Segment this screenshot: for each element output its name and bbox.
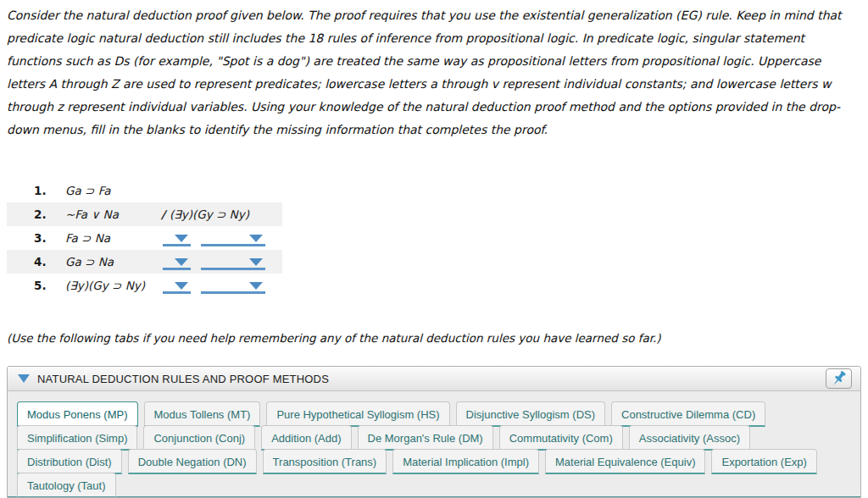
tab-distribution[interactable]: Distribution (Dist) bbox=[17, 449, 122, 474]
tab-disjunctive-syllogism[interactable]: Disjunctive Syllogism (DS) bbox=[456, 401, 605, 427]
line-number: 2. bbox=[34, 208, 49, 221]
proof-row-3: 3. Fa ⊃ Na bbox=[7, 226, 282, 250]
tab-material-implication[interactable]: Material Implication (Impl) bbox=[392, 449, 539, 474]
tab-modus-ponens[interactable]: Modus Ponens (MP) bbox=[17, 401, 138, 427]
justification-lines-dropdown[interactable] bbox=[163, 256, 191, 270]
justification-lines-dropdown[interactable] bbox=[163, 279, 191, 294]
pin-button[interactable] bbox=[826, 368, 852, 389]
rules-panel-title: NATURAL DEDUCTION RULES AND PROOF METHOD… bbox=[37, 373, 329, 385]
tab-simplification[interactable]: Simplification (Simp) bbox=[17, 425, 137, 451]
justification-rule-dropdown[interactable] bbox=[201, 232, 265, 246]
tab-addition[interactable]: Addition (Add) bbox=[261, 425, 351, 451]
pushpin-icon bbox=[832, 370, 846, 388]
instructions-text: Consider the natural deduction proof giv… bbox=[7, 4, 858, 141]
tab-double-negation[interactable]: Double Negation (DN) bbox=[128, 449, 257, 474]
tab-constructive-dilemma[interactable]: Constructive Dilemma (CD) bbox=[611, 401, 765, 427]
chevron-down-icon bbox=[175, 235, 188, 242]
tabs-hint-text: (Use the following tabs if you need help… bbox=[7, 331, 661, 345]
tab-transposition[interactable]: Transposition (Trans) bbox=[263, 449, 387, 474]
tab-row-3: Distribution (Dist) Double Negation (DN)… bbox=[17, 449, 851, 474]
tab-row-1: Modus Ponens (MP) Modus Tollens (MT) Pur… bbox=[17, 401, 851, 427]
tab-row-2: Simplification (Simp) Conjunction (Conj)… bbox=[17, 425, 851, 451]
line-number: 4. bbox=[34, 255, 49, 268]
chevron-down-icon bbox=[249, 235, 263, 242]
conclusion-formula: (∃y)(Gy ⊃ Ny) bbox=[170, 208, 249, 221]
tab-de-morgans-rule[interactable]: De Morgan's Rule (DM) bbox=[358, 425, 493, 451]
tab-conjunction[interactable]: Conjunction (Conj) bbox=[143, 425, 255, 451]
proof-row-1: 1. Ga ⊃ Fa bbox=[7, 179, 282, 202]
line-formula: Ga ⊃ Na bbox=[65, 255, 114, 268]
tab-row-4: Tautology (Taut) bbox=[17, 473, 851, 498]
tab-material-equivalence[interactable]: Material Equivalence (Equiv) bbox=[545, 449, 705, 474]
rules-panel-header[interactable]: NATURAL DEDUCTION RULES AND PROOF METHOD… bbox=[8, 367, 860, 391]
chevron-down-icon bbox=[175, 258, 188, 266]
tab-modus-tollens[interactable]: Modus Tollens (MT) bbox=[144, 401, 261, 427]
line-number: 5. bbox=[34, 279, 49, 292]
line-formula: ~Fa ∨ Na bbox=[65, 208, 119, 221]
proof-row-4: 4. Ga ⊃ Na bbox=[7, 250, 282, 274]
rules-panel: NATURAL DEDUCTION RULES AND PROOF METHOD… bbox=[7, 366, 861, 498]
line-number: 3. bbox=[34, 231, 49, 245]
tab-exportation[interactable]: Exportation (Exp) bbox=[711, 449, 816, 474]
justification-rule-dropdown[interactable] bbox=[201, 279, 265, 294]
line-formula: Ga ⊃ Fa bbox=[65, 184, 110, 197]
tab-associativity[interactable]: Associativity (Assoc) bbox=[629, 425, 750, 451]
chevron-down-icon bbox=[175, 282, 188, 290]
tab-commutativity[interactable]: Commutativity (Com) bbox=[499, 425, 623, 451]
line-formula: Fa ⊃ Na bbox=[65, 231, 110, 245]
collapse-triangle-icon bbox=[18, 374, 30, 383]
justification-lines-dropdown[interactable] bbox=[163, 232, 191, 246]
tab-tautology[interactable]: Tautology (Taut) bbox=[17, 473, 116, 498]
proof-table: 1. Ga ⊃ Fa 2. ~Fa ∨ Na /(∃y)(Gy ⊃ Ny) 3.… bbox=[7, 179, 282, 297]
line-number: 1. bbox=[34, 184, 49, 197]
proof-row-5: 5. (∃y)(Gy ⊃ Ny) bbox=[7, 274, 282, 297]
chevron-down-icon bbox=[249, 258, 263, 266]
exercise-page: Consider the natural deduction proof giv… bbox=[0, 0, 868, 498]
chevron-down-icon bbox=[249, 282, 263, 290]
conclusion: /(∃y)(Gy ⊃ Ny) bbox=[161, 208, 249, 221]
proof-row-2: 2. ~Fa ∨ Na /(∃y)(Gy ⊃ Ny) bbox=[7, 202, 282, 226]
tab-pure-hypothetical-syllogism[interactable]: Pure Hypothetical Syllogism (HS) bbox=[266, 401, 449, 427]
conclusion-slash: / bbox=[161, 208, 165, 221]
rules-tab-area: Modus Ponens (MP) Modus Tollens (MT) Pur… bbox=[8, 391, 860, 498]
line-formula: (∃y)(Gy ⊃ Ny) bbox=[65, 279, 145, 292]
justification-rule-dropdown[interactable] bbox=[201, 256, 265, 270]
